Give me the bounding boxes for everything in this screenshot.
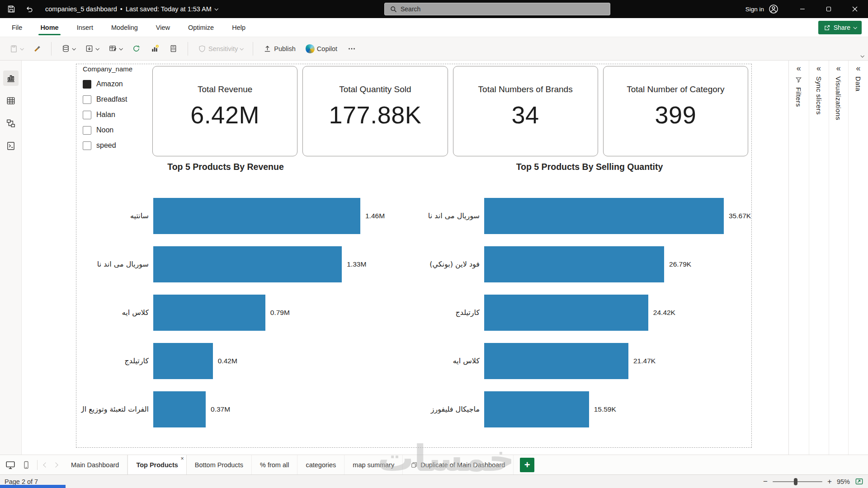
share-icon xyxy=(824,24,830,31)
report-view-button[interactable] xyxy=(3,70,19,86)
checkbox[interactable] xyxy=(83,141,91,150)
sign-in-button[interactable]: Sign in xyxy=(745,6,764,13)
data-view-button[interactable] xyxy=(3,93,19,108)
mobile-view-button[interactable] xyxy=(22,460,31,469)
import-data-button[interactable] xyxy=(82,42,102,56)
expand-pane-icon[interactable]: « xyxy=(856,64,861,72)
quantity-bar-row[interactable]: فود لاين (بونكي) 26.79K xyxy=(321,246,750,282)
checkbox[interactable] xyxy=(83,80,91,89)
document-title[interactable]: companies_5 dashboard • Last saved: Toda… xyxy=(45,5,217,13)
zoom-out-button[interactable]: − xyxy=(763,478,768,485)
checkbox[interactable] xyxy=(83,111,91,119)
desktop-view-button[interactable] xyxy=(5,460,15,470)
copilot-button[interactable]: Copilot xyxy=(302,42,340,56)
bar[interactable] xyxy=(153,391,206,427)
prev-page-button[interactable] xyxy=(43,462,48,467)
zoom-slider-handle[interactable] xyxy=(794,478,797,485)
checkbox[interactable] xyxy=(83,126,91,135)
divider xyxy=(188,42,188,56)
bar[interactable] xyxy=(484,246,664,282)
checkbox[interactable] xyxy=(83,95,91,104)
bar[interactable] xyxy=(153,295,265,331)
refresh-icon xyxy=(132,44,141,53)
bar[interactable] xyxy=(484,198,724,234)
close-tab-icon[interactable]: × xyxy=(180,455,184,462)
model-view-button[interactable] xyxy=(3,116,19,131)
tab-categories[interactable]: categories × xyxy=(297,455,344,474)
close-button[interactable] xyxy=(842,0,868,18)
chevron-down-icon xyxy=(72,47,75,50)
sensitivity-button[interactable]: Sensitivity xyxy=(195,42,246,56)
menu-help[interactable]: Help xyxy=(232,18,245,37)
menu-insert[interactable]: Insert xyxy=(77,18,93,37)
paste-button[interactable] xyxy=(6,42,26,56)
kpi-total-brands[interactable]: Total Numbers of Brands 34 xyxy=(453,66,598,156)
quantity-bar-row[interactable]: كارتيلدج 24.42K xyxy=(321,295,750,331)
new-visual-button[interactable] xyxy=(147,42,162,56)
bottom-accent-strip xyxy=(0,485,66,488)
bar[interactable] xyxy=(484,343,628,379)
undo-button[interactable] xyxy=(24,3,35,15)
quantity-bar-row[interactable]: سوريال مى اند نا 35.67K xyxy=(321,198,750,234)
sync-slicers-pane-collapsed[interactable]: « Sync slicers xyxy=(809,61,829,455)
expand-pane-icon[interactable]: « xyxy=(816,64,821,72)
kpi-total-quantity-sold[interactable]: Total Quantity Sold 177.88K xyxy=(302,66,448,156)
report-page[interactable]: Company_name Amazon Breadfast Halan xyxy=(76,64,752,448)
menu-home[interactable]: Home xyxy=(40,18,58,37)
tab-map-summary[interactable]: map summary × xyxy=(344,455,403,474)
more-options-button[interactable] xyxy=(344,42,359,56)
menubar: File Home Insert Modeling View Optimize … xyxy=(0,18,868,37)
save-button[interactable] xyxy=(5,3,17,15)
fit-to-page-icon[interactable] xyxy=(855,477,863,486)
maximize-button[interactable] xyxy=(816,0,842,18)
menu-modeling[interactable]: Modeling xyxy=(111,18,138,37)
quantity-bar-row[interactable]: ماجيكال فليفورز 15.59K xyxy=(321,391,750,427)
filters-pane-collapsed[interactable]: « Filters xyxy=(789,61,809,455)
refresh-button[interactable] xyxy=(129,42,144,56)
publish-button[interactable]: Publish xyxy=(260,42,299,56)
minimize-button[interactable] xyxy=(789,0,816,18)
menu-view[interactable]: View xyxy=(156,18,170,37)
transform-data-icon xyxy=(108,44,117,53)
report-canvas[interactable]: Company_name Amazon Breadfast Halan xyxy=(22,61,788,455)
tab-duplicate-of-main-dashboard[interactable]: Duplicate of Main Dashboard × xyxy=(403,455,514,474)
bar[interactable] xyxy=(153,246,342,282)
kpi-total-revenue[interactable]: Total Revenue 6.42M xyxy=(152,66,297,156)
revenue-chart-title: Top 5 Products By Revenue xyxy=(119,162,332,172)
divider xyxy=(253,42,253,56)
kpi-total-category[interactable]: Total Number of Category 399 xyxy=(603,66,748,156)
data-pane-collapsed[interactable]: « Data xyxy=(848,61,868,455)
page-tabbar: Main Dashboard × Top Products × Bottom P… xyxy=(0,455,868,474)
account-avatar-icon[interactable] xyxy=(769,4,778,14)
zoom-in-button[interactable]: + xyxy=(827,478,832,485)
search-input[interactable]: Search xyxy=(384,3,610,15)
format-painter-button[interactable] xyxy=(30,42,44,56)
menu-file[interactable]: File xyxy=(12,18,22,37)
new-measure-button[interactable] xyxy=(166,42,181,56)
bar[interactable] xyxy=(484,295,648,331)
tab-main-dashboard[interactable]: Main Dashboard × xyxy=(63,455,127,474)
tab-top-products[interactable]: Top Products × xyxy=(127,455,186,474)
dax-query-view-button[interactable] xyxy=(3,138,19,154)
collapse-ribbon-icon[interactable] xyxy=(860,54,864,57)
quantity-bar-row[interactable]: كلاس ايه 21.47K xyxy=(321,343,750,379)
bar[interactable] xyxy=(484,391,589,427)
zoom-slider[interactable] xyxy=(773,481,822,482)
expand-pane-icon[interactable]: « xyxy=(797,64,801,72)
new-page-button[interactable]: + xyxy=(520,458,534,472)
bar[interactable] xyxy=(153,343,213,379)
expand-pane-icon[interactable]: « xyxy=(836,64,841,72)
tab-bottom-products[interactable]: Bottom Products × xyxy=(187,455,252,474)
duplicate-page-icon xyxy=(411,462,417,468)
pane-label: Data xyxy=(854,76,862,91)
last-saved-text: Last saved: Today at 1:53 AM xyxy=(126,5,212,13)
menu-optimize[interactable]: Optimize xyxy=(188,18,214,37)
transform-data-button[interactable] xyxy=(105,42,125,56)
share-button[interactable]: Share xyxy=(818,21,862,34)
quantity-chart-title: Top 5 Products By Selling Quantity xyxy=(483,162,696,172)
get-data-button[interactable] xyxy=(58,42,78,56)
tab-percent-from-all[interactable]: % from all × xyxy=(252,455,297,474)
visualizations-pane-collapsed[interactable]: « Visualizations xyxy=(829,61,849,455)
next-page-button[interactable] xyxy=(53,462,58,467)
zoom-level: 95% xyxy=(837,478,850,485)
